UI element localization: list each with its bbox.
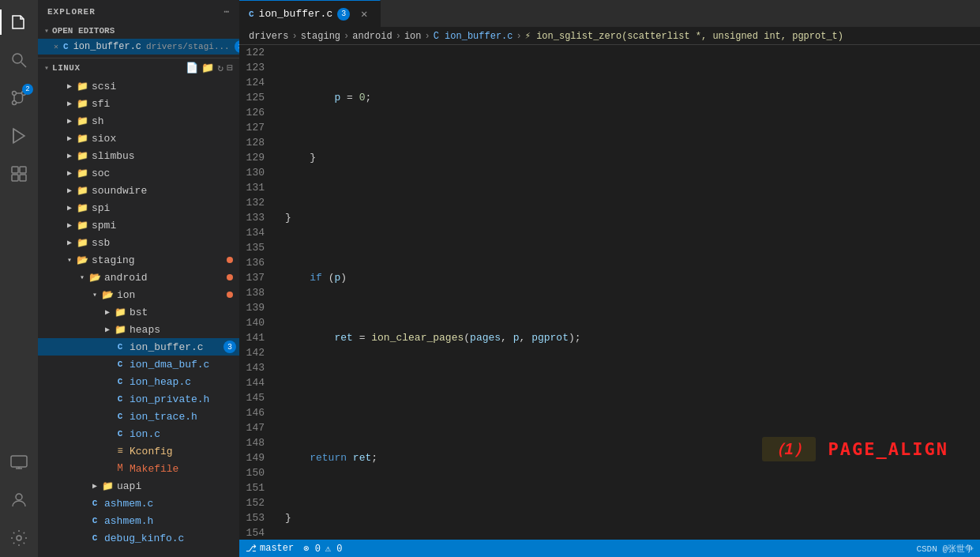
- svg-point-4: [13, 101, 17, 105]
- refresh-tree-icon[interactable]: ↻: [217, 62, 223, 74]
- tree-item-bst[interactable]: ▶ 📁 bst: [38, 303, 239, 321]
- code-line-123: }: [279, 150, 980, 165]
- tree-item-scsi[interactable]: ▶ 📁 scsi: [38, 77, 239, 95]
- tree-item-ion-c[interactable]: C ion.c: [38, 425, 239, 442]
- tab-close-button[interactable]: ✕: [358, 8, 370, 21]
- tree-label: slimbus: [92, 150, 135, 162]
- svg-point-2: [13, 92, 17, 96]
- code-editor[interactable]: 122123124125126 127128129130131 13213313…: [239, 45, 980, 540]
- explorer-header: EXPLORER ⋯: [38, 0, 239, 23]
- tab-ion-buffer[interactable]: C ion_buffer.c 3 ✕: [239, 0, 381, 27]
- tree-label: ion_private.h: [130, 393, 209, 405]
- search-activity-icon[interactable]: [0, 41, 38, 79]
- tree-label: debug_kinfo.c: [104, 533, 184, 544]
- code-line-129: }: [279, 510, 980, 525]
- svg-point-0: [13, 54, 22, 63]
- tree-item-siox[interactable]: ▶ 📁 siox: [38, 130, 239, 147]
- tree-label: sfi: [92, 98, 110, 110]
- tree-item-ion-buffer-c[interactable]: C ion_buffer.c 3: [38, 338, 239, 356]
- tree-item-ashmem-h[interactable]: C ashmem.h: [38, 512, 239, 529]
- breadcrumb: drivers › staging › android › ion › C io…: [239, 28, 980, 45]
- open-editor-ion-buffer[interactable]: ✕ C ion_buffer.c drivers/stagi... 3: [38, 39, 239, 55]
- status-warnings: ⚠ 0: [325, 543, 343, 555]
- svg-point-15: [17, 536, 21, 540]
- open-editors-header[interactable]: ▾ OPEN EDITORS: [38, 23, 239, 39]
- tree-item-slimbus[interactable]: ▶ 📁 slimbus: [38, 147, 239, 164]
- svg-rect-8: [20, 167, 26, 173]
- new-file-tree-icon[interactable]: 📄: [186, 62, 198, 74]
- editor-area: C ion_buffer.c 3 ✕ drivers › staging › a…: [239, 0, 980, 557]
- remote-activity-icon[interactable]: [0, 443, 38, 481]
- tree-item-spmi[interactable]: ▶ 📁 spmi: [38, 216, 239, 234]
- tree-item-ion[interactable]: ▾ 📂 ion: [38, 286, 239, 303]
- code-line-128: return ret;: [279, 450, 980, 465]
- tree-item-ion-dma-buf[interactable]: C ion_dma_buf.c: [38, 356, 239, 373]
- svg-point-14: [16, 494, 22, 500]
- tree-item-ashmem-c[interactable]: C ashmem.c: [38, 495, 239, 512]
- tree-item-uapi[interactable]: ▶ 📁 uapi: [38, 477, 239, 495]
- source-control-activity-icon[interactable]: 2: [0, 79, 38, 117]
- tree-item-debug-kinfo[interactable]: C debug_kinfo.c: [38, 529, 239, 547]
- breadcrumb-drivers[interactable]: drivers: [249, 31, 288, 42]
- breadcrumb-file[interactable]: C ion_buffer.c: [434, 31, 513, 42]
- tree-item-heaps[interactable]: ▶ 📁 heaps: [38, 321, 239, 338]
- tree-label: bst: [130, 307, 148, 318]
- tree-label: ssb: [92, 237, 110, 249]
- account-activity-icon[interactable]: [0, 481, 38, 519]
- extensions-activity-icon[interactable]: [0, 155, 38, 193]
- tree-item-ion-heap[interactable]: C ion_heap.c: [38, 373, 239, 390]
- status-csdn: CSDN @张世争: [916, 543, 974, 555]
- tree-item-makefile[interactable]: M Makefile: [38, 460, 239, 477]
- tree-item-soc[interactable]: ▶ 📁 soc: [38, 164, 239, 182]
- svg-rect-10: [20, 175, 26, 181]
- open-editors-label: OPEN EDITORS: [52, 26, 115, 36]
- tree-label: ashmem.h: [104, 515, 153, 527]
- tab-badge: 3: [337, 8, 350, 21]
- breadcrumb-staging[interactable]: staging: [301, 31, 340, 42]
- new-folder-tree-icon[interactable]: 📁: [201, 62, 214, 74]
- sidebar: EXPLORER ⋯ ▾ OPEN EDITORS ✕ C ion_buffer…: [38, 0, 239, 557]
- tree-label: ion_dma_buf.c: [130, 359, 209, 371]
- code-content[interactable]: p = 0; } } if (p) ret = ion_clear_pages(…: [279, 45, 980, 540]
- tree-label: Kconfig: [130, 446, 173, 457]
- tree-item-sfi[interactable]: ▶ 📁 sfi: [38, 95, 239, 112]
- tree-label: ion: [117, 289, 135, 301]
- tree-item-sh[interactable]: ▶ 📁 sh: [38, 112, 239, 130]
- file-tree: ▾ LINUX 📄 📁 ↻ ⊟ ▶ 📁 scsi ▶ 📁 sfi ▶ 📁: [38, 58, 239, 557]
- tree-item-ion-trace[interactable]: C ion_trace.h: [38, 408, 239, 425]
- run-activity-icon[interactable]: [0, 117, 38, 155]
- breadcrumb-function[interactable]: ⚡ ion_sglist_zero(scatterlist *, unsigne…: [525, 30, 843, 42]
- breadcrumb-ion[interactable]: ion: [404, 31, 422, 42]
- tree-item-android[interactable]: ▾ 📂 android: [38, 269, 239, 286]
- linux-folder-actions: 📄 📁 ↻ ⊟: [186, 62, 233, 74]
- tree-item-kconfig[interactable]: ≡ Kconfig: [38, 442, 239, 460]
- tree-item-soundwire[interactable]: ▶ 📁 soundwire: [38, 182, 239, 199]
- collapse-tree-icon[interactable]: ⊟: [227, 62, 233, 74]
- new-file-icon[interactable]: ⋯: [223, 6, 230, 17]
- tree-item-ssb[interactable]: ▶ 📁 ssb: [38, 234, 239, 251]
- tree-label: android: [104, 272, 148, 284]
- status-bar: ⎇ master ⊗ 0 ⚠ 0 CSDN @张世争: [239, 540, 980, 557]
- files-activity-icon[interactable]: [0, 3, 38, 41]
- tree-item-ion-private[interactable]: C ion_private.h: [38, 390, 239, 408]
- svg-line-1: [21, 62, 26, 67]
- line-numbers: 122123124125126 127128129130131 13213313…: [239, 45, 279, 540]
- breadcrumb-android[interactable]: android: [352, 31, 392, 42]
- tab-bar: C ion_buffer.c 3 ✕: [239, 0, 980, 28]
- open-editor-filename: ion_buffer.c: [73, 41, 141, 52]
- code-line-122: p = 0;: [279, 90, 980, 105]
- svg-rect-9: [12, 175, 18, 181]
- status-right: CSDN @张世争: [916, 543, 974, 555]
- tree-item-staging[interactable]: ▾ 📂 staging: [38, 251, 239, 269]
- tree-label: scsi: [92, 81, 116, 92]
- tree-label: Makefile: [130, 463, 178, 475]
- settings-activity-icon[interactable]: [0, 519, 38, 557]
- linux-folder-header[interactable]: ▾ LINUX 📄 📁 ↻ ⊟: [38, 58, 239, 77]
- tree-item-spi[interactable]: ▶ 📁 spi: [38, 199, 239, 216]
- tree-label: ion_heap.c: [130, 376, 191, 388]
- open-editors-section: ▾ OPEN EDITORS ✕ C ion_buffer.c drivers/…: [38, 23, 239, 58]
- tree-label: ion_buffer.c: [130, 341, 204, 353]
- linux-label: LINUX: [52, 63, 81, 73]
- ion-buffer-badge: 3: [223, 341, 236, 353]
- ion-dot-badge: [227, 292, 233, 298]
